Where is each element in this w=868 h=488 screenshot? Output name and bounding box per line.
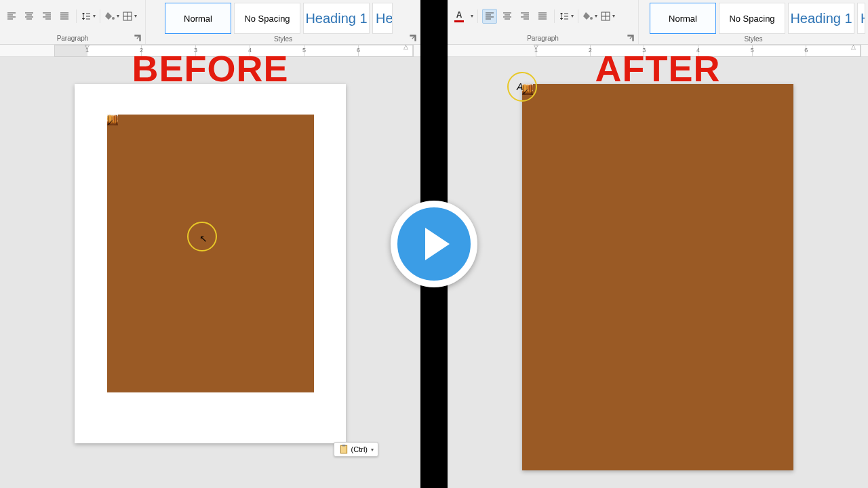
styles-group: Normal No Spacing Heading 1 Headi Styles [146,0,420,44]
cursor-icon: ↖ [199,233,208,244]
document-canvas[interactable]: A [448,57,868,488]
paragraph-launcher-icon[interactable] [133,33,142,43]
svg-rect-8 [117,115,117,125]
align-right-button[interactable] [39,9,54,24]
svg-rect-7 [108,116,108,124]
shading-button[interactable]: ▾ [104,9,119,24]
paragraph-label: Paragraph [448,32,638,44]
play-icon [425,228,450,260]
svg-point-0 [112,17,115,20]
style-heading-2[interactable]: Headi [372,3,393,34]
paste-options-button[interactable]: (Ctrl) ▾ [334,442,378,457]
inserted-image[interactable] [522,84,793,470]
line-spacing-button[interactable]: ▾ [81,9,96,24]
paragraph-launcher-icon[interactable] [626,33,635,43]
style-normal[interactable]: Normal [165,3,231,34]
page: ↖ (Ctrl) ▾ [75,84,346,443]
separator [554,9,555,23]
clipboard-icon [338,444,349,455]
page: A [522,84,793,470]
separator [76,9,77,23]
svg-rect-11 [340,445,347,453]
align-center-button[interactable] [500,9,515,24]
borders-button[interactable]: ▾ [122,9,137,24]
style-no-spacing[interactable]: No Spacing [234,3,300,34]
styles-group: Normal No Spacing Heading 1 H Styles [639,0,868,44]
styles-label: Styles [146,34,420,44]
separator [100,9,100,23]
paragraph-label: Paragraph [0,32,145,44]
ribbon: A▾ ▾ ▾ ▾ Paragraph Normal No Spacing [448,0,868,45]
play-button[interactable] [391,201,477,287]
svg-point-13 [590,17,593,20]
horizontal-ruler[interactable]: ▽ 1 2 3 4 5 6 △ [448,45,868,57]
align-justify-button[interactable] [535,9,550,24]
after-pane: A▾ ▾ ▾ ▾ Paragraph Normal No Spacing [448,0,868,488]
align-right-button[interactable] [517,9,532,24]
styles-label: Styles [639,34,868,44]
line-spacing-button[interactable]: ▾ [559,9,574,24]
borders-button[interactable]: ▾ [600,9,615,24]
style-no-spacing[interactable]: No Spacing [719,3,785,34]
align-left-button[interactable] [4,9,19,24]
align-center-button[interactable] [22,9,37,24]
svg-rect-12 [342,445,345,446]
inserted-image[interactable] [107,115,314,392]
shading-button[interactable]: ▾ [583,9,597,24]
align-left-button[interactable] [482,9,497,24]
cursor-icon: A [517,81,523,92]
paragraph-group: A▾ ▾ ▾ ▾ Paragraph [448,0,639,44]
paragraph-group: ▾ ▾ ▾ Paragraph [0,0,146,44]
separator [477,9,478,23]
style-heading-2[interactable]: H [857,3,865,34]
font-color-button[interactable]: A [452,9,467,24]
styles-launcher-icon[interactable] [408,33,418,43]
style-heading-1[interactable]: Heading 1 [303,3,370,34]
separator [578,9,578,23]
align-justify-button[interactable] [57,9,72,24]
horizontal-ruler[interactable]: ▽ 1 2 3 4 5 6 △ [0,45,420,57]
style-normal[interactable]: Normal [650,3,716,34]
style-heading-1[interactable]: Heading 1 [788,3,854,34]
document-canvas[interactable]: ↖ (Ctrl) ▾ [0,57,420,488]
ribbon: ▾ ▾ ▾ Paragraph Normal No Spacing Headin… [0,0,420,45]
before-pane: ▾ ▾ ▾ Paragraph Normal No Spacing Headin… [0,0,420,488]
